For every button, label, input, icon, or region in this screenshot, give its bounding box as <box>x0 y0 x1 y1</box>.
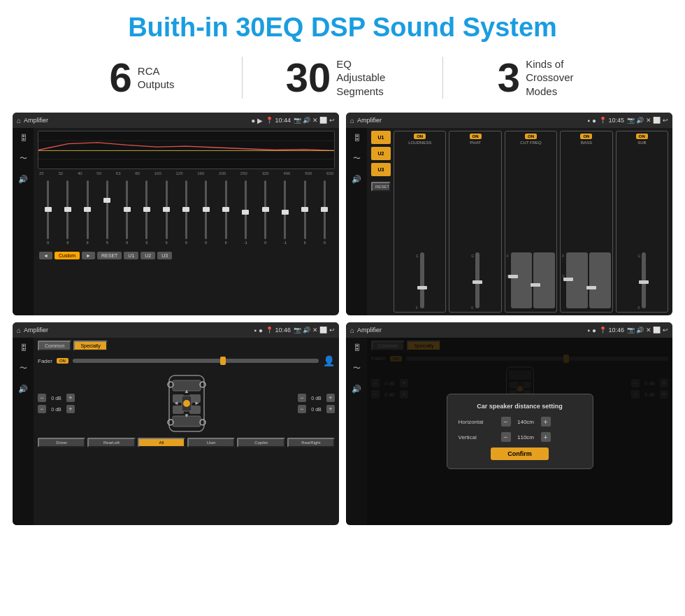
eq-u1-btn[interactable]: U1 <box>124 252 138 259</box>
eq-reset-btn[interactable]: RESET <box>97 252 122 259</box>
rr-minus-btn[interactable]: − <box>298 405 306 413</box>
loudness-slider[interactable] <box>420 252 424 308</box>
rl-db-value: 0 dB <box>48 407 65 412</box>
screen3-time: 📍 10:46 <box>266 327 291 334</box>
horizontal-plus-btn[interactable]: + <box>541 417 551 427</box>
eq-slider-11[interactable]: -1 <box>237 180 254 245</box>
loudness-on[interactable]: ON <box>414 134 426 139</box>
stat-number-rca: 6 <box>110 57 132 98</box>
vertical-plus-btn[interactable]: + <box>541 432 551 442</box>
eq-prev-btn[interactable]: ◄ <box>39 252 52 259</box>
eq-slider-14[interactable]: 0 <box>296 180 313 245</box>
speaker-icon-3[interactable]: 🔊 <box>18 385 28 394</box>
tab-common[interactable]: Common <box>38 341 71 351</box>
stat-label-rca: RCAOutputs <box>138 64 175 92</box>
user-btn[interactable]: User <box>187 438 235 447</box>
bass-slider-g[interactable] <box>589 252 611 308</box>
sub-slider[interactable] <box>642 252 646 308</box>
cutfreq-slider-f[interactable] <box>511 252 533 308</box>
eq-icon-4[interactable]: 🎛 <box>353 343 361 352</box>
dialog-box: Car speaker distance setting Horizontal … <box>447 394 593 469</box>
bass-label: BASS <box>581 141 592 145</box>
eq-next-btn[interactable]: ► <box>82 252 95 259</box>
amp-u3[interactable]: U3 <box>371 163 391 176</box>
speaker-icon-2[interactable]: 🔊 <box>352 175 361 184</box>
eq-slider-8[interactable]: 0 <box>178 180 195 245</box>
speaker-icon-4[interactable]: 🔊 <box>352 385 361 394</box>
wave-icon-4[interactable]: 〜 <box>353 363 361 373</box>
rear-left-btn[interactable]: RearLeft <box>87 438 135 447</box>
screen4-icons: 📷 🔊 ✕ ⬜ ↩ <box>627 327 668 334</box>
eq-slider-7[interactable]: 0 <box>158 180 175 245</box>
tab-specialty[interactable]: Specialty <box>73 341 107 351</box>
dialog-title: Car speaker distance setting <box>459 403 582 410</box>
amp-main: U1 U2 U3 RESET ON LOUDNESS G 0 <box>367 128 672 315</box>
wave-icon-2[interactable]: 〜 <box>353 153 361 164</box>
eq-u2-btn[interactable]: U2 <box>140 252 155 259</box>
home-icon-2[interactable]: ⌂ <box>350 117 354 124</box>
eq-slider-2[interactable]: 0 <box>59 180 76 245</box>
fl-plus-btn[interactable]: + <box>66 394 75 402</box>
eq-icon-2[interactable]: 🎛 <box>353 134 361 142</box>
bass-slider-f[interactable] <box>566 252 588 308</box>
eq-u3-btn[interactable]: U3 <box>157 252 172 259</box>
eq-slider-9[interactable]: 0 <box>197 180 215 245</box>
eq-icon[interactable]: 🎛 <box>20 134 27 142</box>
sub-on[interactable]: ON <box>636 134 648 139</box>
screen2-title: Amplifier <box>357 117 585 124</box>
channel-cutfreq: ON CUT FREQ FG <box>505 131 557 313</box>
eq-slider-15[interactable]: 0 <box>316 180 333 245</box>
fl-minus-btn[interactable]: − <box>38 394 46 402</box>
eq-slider-4[interactable]: 5 <box>99 180 116 245</box>
eq-slider-1[interactable]: 0 <box>39 180 57 245</box>
eq-slider-13[interactable]: -1 <box>276 180 294 245</box>
speaker-icon-1[interactable]: 🔊 <box>18 175 28 184</box>
confirm-button[interactable]: Confirm <box>491 447 549 460</box>
rear-right-btn[interactable]: RearRight <box>287 438 335 447</box>
dot-icon-2: ▪ ● <box>588 117 596 124</box>
fr-plus-btn[interactable]: + <box>326 394 335 402</box>
stat-number-eq: 30 <box>286 57 331 98</box>
vertical-label: Vertical <box>459 434 497 440</box>
horizontal-minus-btn[interactable]: − <box>501 417 511 427</box>
amp-u2[interactable]: U2 <box>371 147 391 160</box>
loudness-label: LOUDNESS <box>408 141 431 145</box>
vertical-minus-btn[interactable]: − <box>501 432 511 442</box>
phat-on[interactable]: ON <box>470 134 482 139</box>
fr-minus-btn[interactable]: − <box>298 394 306 402</box>
eq-custom-btn[interactable]: Custom <box>55 252 80 259</box>
home-icon-1[interactable]: ⌂ <box>17 117 21 124</box>
home-icon-3[interactable]: ⌂ <box>17 327 21 334</box>
eq-slider-12[interactable]: 0 <box>257 180 274 245</box>
fader-on-badge[interactable]: ON <box>57 358 68 364</box>
eq-slider-5[interactable]: 0 <box>118 180 136 245</box>
wave-icon-3[interactable]: 〜 <box>20 363 27 373</box>
all-btn[interactable]: All <box>138 438 185 447</box>
wave-icon[interactable]: 〜 <box>20 153 27 164</box>
screen4-title: Amplifier <box>357 327 585 334</box>
fader-slider[interactable] <box>73 359 319 363</box>
rl-plus-btn[interactable]: + <box>66 405 75 413</box>
loudness-labels: G 0 <box>416 254 419 310</box>
stats-row: 6 RCAOutputs 30 EQ AdjustableSegments 3 … <box>0 50 685 108</box>
driver-btn[interactable]: Driver <box>38 438 85 447</box>
eq-slider-6[interactable]: 0 <box>138 180 155 245</box>
amp-u1[interactable]: U1 <box>371 131 391 144</box>
amp-reset-btn[interactable]: RESET <box>371 182 391 192</box>
screen4-topbar: ⌂ Amplifier ▪ ● 📍 10:46 📷 🔊 ✕ ⬜ ↩ <box>346 322 672 338</box>
bass-on[interactable]: ON <box>580 134 592 139</box>
home-icon-4[interactable]: ⌂ <box>350 327 354 334</box>
screen3-icons: 📷 🔊 ✕ ⬜ ↩ <box>294 327 335 334</box>
screen1-icons: 📷 🔊 ✕ ⬜ ↩ <box>294 117 335 124</box>
cutfreq-on[interactable]: ON <box>525 134 537 139</box>
eq-slider-10[interactable]: 0 <box>217 180 234 245</box>
copilot-btn[interactable]: Copilot <box>237 438 284 447</box>
rl-minus-btn[interactable]: − <box>38 405 46 413</box>
screen3-content: 🎛 〜 🔊 Common Specialty Fader ON 👤 <box>13 338 339 525</box>
fader-bottom: Driver RearLeft All User Copilot RearRig… <box>38 438 335 447</box>
cutfreq-slider-g[interactable] <box>533 252 555 308</box>
rr-plus-btn[interactable]: + <box>326 405 335 413</box>
phat-slider[interactable] <box>475 252 480 308</box>
eq-slider-3[interactable]: 0 <box>79 180 96 245</box>
eq-icon-3[interactable]: 🎛 <box>20 343 27 352</box>
